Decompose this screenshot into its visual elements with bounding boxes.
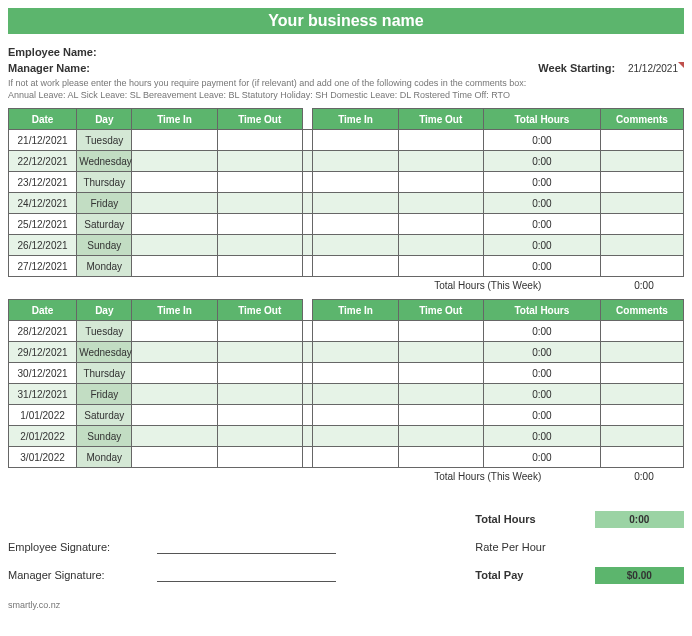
cell-time-in-2[interactable]: [313, 321, 398, 342]
cell-time-in-2[interactable]: [313, 405, 398, 426]
cell-gap: [302, 321, 313, 342]
cell-comments[interactable]: [600, 130, 683, 151]
cell-time-out-2[interactable]: [398, 214, 483, 235]
cell-time-in[interactable]: [132, 256, 217, 277]
cell-time-out[interactable]: [217, 235, 302, 256]
header-time-in: Time In: [132, 300, 217, 321]
cell-time-in[interactable]: [132, 363, 217, 384]
cell-time-in-2[interactable]: [313, 214, 398, 235]
table-row: 21/12/2021Tuesday0:00: [9, 130, 684, 151]
cell-time-in[interactable]: [132, 172, 217, 193]
cell-time-out[interactable]: [217, 447, 302, 468]
cell-time-out[interactable]: [217, 193, 302, 214]
manager-signature-label: Manager Signature:: [8, 569, 157, 581]
cell-day: Sunday: [77, 235, 132, 256]
cell-time-in[interactable]: [132, 151, 217, 172]
cell-time-in-2[interactable]: [313, 384, 398, 405]
cell-time-out-2[interactable]: [398, 384, 483, 405]
cell-time-in-2[interactable]: [313, 151, 398, 172]
cell-day: Monday: [77, 447, 132, 468]
cell-time-out[interactable]: [217, 151, 302, 172]
cell-comments[interactable]: [600, 151, 683, 172]
cell-total-hours: 0:00: [483, 256, 600, 277]
cell-comments[interactable]: [600, 193, 683, 214]
cell-time-out[interactable]: [217, 214, 302, 235]
cell-comments[interactable]: [600, 256, 683, 277]
cell-date: 24/12/2021: [9, 193, 77, 214]
cell-time-in[interactable]: [132, 384, 217, 405]
cell-time-in-2[interactable]: [313, 447, 398, 468]
manager-signature-line[interactable]: [157, 568, 336, 582]
cell-date: 31/12/2021: [9, 384, 77, 405]
table-row: 29/12/2021Wednesday0:00: [9, 342, 684, 363]
cell-comments[interactable]: [600, 172, 683, 193]
cell-time-in-2[interactable]: [313, 130, 398, 151]
cell-day: Tuesday: [77, 321, 132, 342]
header-day: Day: [77, 109, 132, 130]
cell-time-in[interactable]: [132, 342, 217, 363]
table-header-row: Date Day Time In Time Out Time In Time O…: [9, 300, 684, 321]
header-gap: [302, 109, 313, 130]
cell-time-out-2[interactable]: [398, 363, 483, 384]
cell-total-hours: 0:00: [483, 321, 600, 342]
cell-time-in[interactable]: [132, 235, 217, 256]
cell-time-in-2[interactable]: [313, 172, 398, 193]
table-row: 30/12/2021Thursday0:00: [9, 363, 684, 384]
cell-date: 23/12/2021: [9, 172, 77, 193]
total-hours-value: 0:00: [595, 511, 684, 528]
cell-time-out-2[interactable]: [398, 256, 483, 277]
cell-time-in[interactable]: [132, 447, 217, 468]
cell-time-in-2[interactable]: [313, 193, 398, 214]
cell-day: Saturday: [77, 405, 132, 426]
cell-time-out-2[interactable]: [398, 426, 483, 447]
header-gap: [302, 300, 313, 321]
cell-gap: [302, 235, 313, 256]
cell-time-out-2[interactable]: [398, 235, 483, 256]
cell-time-in[interactable]: [132, 130, 217, 151]
cell-time-in[interactable]: [132, 193, 217, 214]
cell-comments[interactable]: [600, 405, 683, 426]
cell-gap: [302, 172, 313, 193]
cell-time-in-2[interactable]: [313, 426, 398, 447]
cell-date: 29/12/2021: [9, 342, 77, 363]
cell-time-out[interactable]: [217, 256, 302, 277]
cell-comments[interactable]: [600, 321, 683, 342]
cell-time-in[interactable]: [132, 321, 217, 342]
rate-per-hour-label: Rate Per Hour: [475, 541, 594, 553]
cell-time-out[interactable]: [217, 172, 302, 193]
cell-comments[interactable]: [600, 363, 683, 384]
cell-time-out-2[interactable]: [398, 447, 483, 468]
cell-time-in-2[interactable]: [313, 235, 398, 256]
cell-time-in-2[interactable]: [313, 342, 398, 363]
cell-time-out-2[interactable]: [398, 193, 483, 214]
table-row: 22/12/2021Wednesday0:00: [9, 151, 684, 172]
cell-time-out[interactable]: [217, 405, 302, 426]
cell-time-out[interactable]: [217, 342, 302, 363]
cell-time-out-2[interactable]: [398, 151, 483, 172]
cell-time-out[interactable]: [217, 426, 302, 447]
cell-time-out-2[interactable]: [398, 130, 483, 151]
cell-time-in-2[interactable]: [313, 256, 398, 277]
cell-gap: [302, 426, 313, 447]
cell-time-out[interactable]: [217, 321, 302, 342]
cell-comments[interactable]: [600, 235, 683, 256]
employee-signature-line[interactable]: [157, 540, 336, 554]
cell-time-out-2[interactable]: [398, 172, 483, 193]
cell-time-out[interactable]: [217, 130, 302, 151]
cell-comments[interactable]: [600, 342, 683, 363]
cell-comments[interactable]: [600, 426, 683, 447]
cell-time-out-2[interactable]: [398, 321, 483, 342]
cell-time-out-2[interactable]: [398, 342, 483, 363]
cell-time-in-2[interactable]: [313, 363, 398, 384]
cell-comments[interactable]: [600, 447, 683, 468]
cell-time-in[interactable]: [132, 405, 217, 426]
cell-time-out-2[interactable]: [398, 405, 483, 426]
week-starting-value[interactable]: 21/12/2021: [622, 62, 684, 75]
cell-time-in[interactable]: [132, 214, 217, 235]
cell-time-out[interactable]: [217, 363, 302, 384]
rate-per-hour-value[interactable]: [595, 544, 684, 550]
cell-time-in[interactable]: [132, 426, 217, 447]
cell-time-out[interactable]: [217, 384, 302, 405]
cell-comments[interactable]: [600, 214, 683, 235]
cell-comments[interactable]: [600, 384, 683, 405]
